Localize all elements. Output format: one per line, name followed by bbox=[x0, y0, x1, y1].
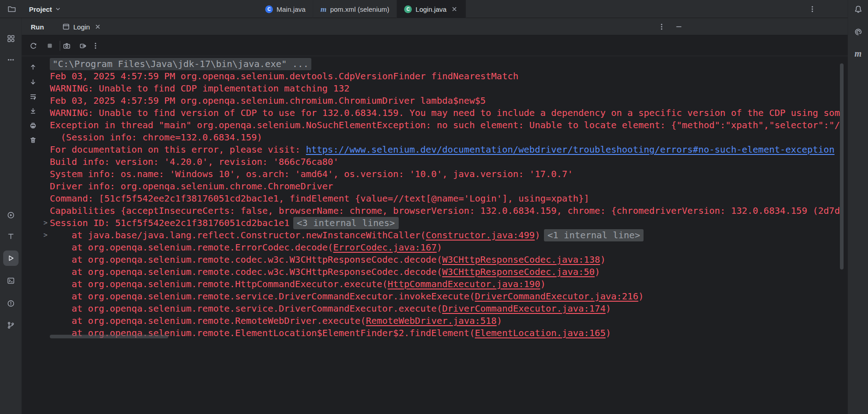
console-text: at org.openqa.selenium.remote.RemoteWebD… bbox=[50, 315, 366, 326]
java-class-icon: C bbox=[265, 5, 273, 13]
main-menu-kebab-button[interactable] bbox=[807, 4, 818, 14]
console-line: WARNING: Unable to find CDP implementati… bbox=[43, 82, 840, 95]
maven-icon: m bbox=[320, 5, 326, 13]
console-text: ) bbox=[437, 242, 442, 253]
console-text: For documentation on this error, please … bbox=[50, 144, 306, 155]
console-link[interactable]: ErrorCodec.java:167 bbox=[333, 242, 437, 253]
main-toolbar: Project C Main.java m pom.xml (selenium)… bbox=[0, 0, 868, 18]
clear-all-button[interactable] bbox=[27, 134, 39, 146]
vertical-scrollbar[interactable] bbox=[840, 63, 844, 270]
tab-main-java[interactable]: C Main.java bbox=[258, 0, 313, 18]
console-window-icon bbox=[62, 23, 70, 30]
down-stack-trace-button[interactable] bbox=[27, 76, 39, 88]
project-selector-label: Project bbox=[29, 5, 52, 13]
git-branch-icon bbox=[7, 321, 15, 329]
up-stack-trace-button[interactable] bbox=[27, 61, 39, 73]
console-text: ) bbox=[535, 230, 540, 241]
console-link[interactable]: HttpCommandExecutor.java:190 bbox=[388, 279, 540, 289]
console-link[interactable]: https://www.selenium.dev/documentation/w… bbox=[306, 144, 835, 155]
console-line: System info: os.name: 'Windows 10', os.a… bbox=[43, 168, 840, 180]
project-folder-button[interactable] bbox=[5, 4, 18, 14]
internal-lines-badge[interactable]: <1 internal line> bbox=[544, 229, 644, 241]
console-text: ) bbox=[496, 315, 502, 326]
console-text: (Session info: chrome=132.0.6834.159) bbox=[50, 132, 262, 143]
run-play-icon bbox=[7, 254, 15, 262]
console-line: (Session info: chrome=132.0.6834.159) bbox=[43, 131, 840, 144]
run-tab-login[interactable]: Login bbox=[59, 18, 105, 35]
console-output: "C:\Program Files\Java\jdk-17\bin\java.e… bbox=[43, 58, 840, 348]
console-line: at org.openqa.selenium.remote.ErrorCodec… bbox=[43, 241, 840, 254]
console-link[interactable]: ElementLocation.java:165 bbox=[475, 327, 606, 338]
console-line: at org.openqa.selenium.remote.HttpComman… bbox=[43, 278, 840, 290]
console-line: Feb 03, 2025 4:57:59 PM org.openqa.selen… bbox=[43, 95, 840, 107]
ai-assistant-button[interactable] bbox=[851, 24, 865, 39]
sidebar-item-structure[interactable] bbox=[4, 31, 18, 46]
console-link[interactable]: RemoteWebDriver.java:518 bbox=[366, 315, 496, 326]
console-line: at org.openqa.selenium.remote.RemoteWebD… bbox=[43, 315, 840, 327]
tab-pom-xml[interactable]: m pom.xml (selenium) bbox=[313, 0, 397, 18]
console-text: ) bbox=[606, 327, 611, 338]
scroll-to-end-button[interactable] bbox=[27, 105, 39, 117]
console-link[interactable]: W3CHttpResponseCodec.java:50 bbox=[442, 266, 595, 277]
console-line: Build info: version: '4.20.0', revision:… bbox=[43, 156, 840, 168]
console-text: WARNING: Unable to find CDP implementati… bbox=[50, 83, 349, 94]
console-text: "C:\Program Files\Java\jdk-17\bin\java.e… bbox=[50, 58, 311, 70]
console-link[interactable]: Constructor.java:499 bbox=[426, 230, 535, 241]
run-window-header: Run Login bbox=[22, 18, 848, 35]
soft-wrap-icon bbox=[29, 93, 37, 100]
right-tool-window-strip: m bbox=[848, 0, 868, 414]
ai-assistant-icon bbox=[854, 28, 863, 36]
sidebar-item-problems[interactable] bbox=[4, 296, 18, 311]
console-text: ) bbox=[595, 266, 600, 277]
console-text: ) bbox=[638, 291, 644, 302]
internal-lines-badge[interactable]: <3 internal lines> bbox=[293, 217, 399, 229]
run-window-hide-button[interactable] bbox=[673, 21, 684, 32]
console-text: ) bbox=[600, 254, 606, 265]
console-text: at org.openqa.selenium.remote.codec.w3c.… bbox=[50, 254, 442, 265]
sidebar-item-more[interactable] bbox=[4, 53, 18, 67]
fold-marker-icon[interactable]: > bbox=[43, 217, 49, 229]
horizontal-scrollbar[interactable] bbox=[50, 335, 168, 338]
folder-icon bbox=[7, 5, 16, 14]
sidebar-item-terminal[interactable] bbox=[4, 274, 18, 288]
run-window-options-button[interactable] bbox=[656, 21, 667, 32]
console-text: at java.base/java.lang.reflect.Construct… bbox=[50, 230, 426, 241]
java-class-green-icon: C bbox=[404, 5, 412, 13]
sidebar-item-t-tool[interactable] bbox=[4, 229, 18, 244]
tab-label: Main.java bbox=[277, 5, 305, 13]
print-button[interactable] bbox=[27, 120, 39, 131]
maven-tool-button[interactable]: m bbox=[851, 46, 865, 61]
console-text: at org.openqa.selenium.remote.service.Dr… bbox=[50, 303, 442, 314]
console-link[interactable]: DriverCommandExecutor.java:216 bbox=[475, 291, 638, 302]
console-text: Feb 03, 2025 4:57:59 PM org.openqa.selen… bbox=[50, 95, 486, 106]
console-text: at org.openqa.selenium.remote.ErrorCodec… bbox=[50, 242, 333, 253]
stop-button[interactable] bbox=[43, 39, 56, 52]
minimize-icon bbox=[675, 23, 682, 30]
sidebar-item-services[interactable] bbox=[4, 208, 18, 222]
notifications-button[interactable] bbox=[851, 2, 865, 16]
project-selector[interactable]: Project bbox=[25, 3, 65, 15]
close-tab-button[interactable] bbox=[450, 5, 458, 13]
console-link[interactable]: DriverCommandExecutor.java:174 bbox=[442, 303, 606, 314]
open-in-editor-button[interactable] bbox=[76, 39, 89, 52]
soft-wrap-button[interactable] bbox=[27, 91, 39, 102]
console-line: Feb 03, 2025 4:57:59 PM org.openqa.selen… bbox=[43, 70, 840, 82]
rerun-button[interactable] bbox=[27, 39, 39, 52]
left-tool-window-strip bbox=[0, 18, 22, 414]
terminal-icon bbox=[7, 277, 15, 285]
thread-dump-button[interactable] bbox=[60, 39, 73, 52]
console-text: ) bbox=[606, 303, 611, 314]
close-run-tab-button[interactable] bbox=[94, 23, 102, 31]
tab-label: Login.java bbox=[415, 5, 446, 13]
console-line: at org.openqa.selenium.remote.codec.w3c.… bbox=[43, 254, 840, 266]
console-text: Driver info: org.openqa.selenium.chrome.… bbox=[50, 181, 333, 192]
console-line: >Session ID: 51cf5f542ee2c1f38176051cd2b… bbox=[43, 217, 840, 229]
print-icon bbox=[29, 122, 37, 129]
sidebar-item-run[interactable] bbox=[3, 250, 19, 266]
toolbar-more-button[interactable] bbox=[89, 39, 102, 52]
console-link[interactable]: W3CHttpResponseCodec.java:138 bbox=[442, 254, 600, 265]
bell-icon bbox=[854, 5, 863, 14]
sidebar-item-git[interactable] bbox=[4, 318, 18, 332]
fold-marker-icon[interactable]: > bbox=[43, 229, 49, 241]
tab-login-java[interactable]: C Login.java bbox=[397, 0, 466, 18]
